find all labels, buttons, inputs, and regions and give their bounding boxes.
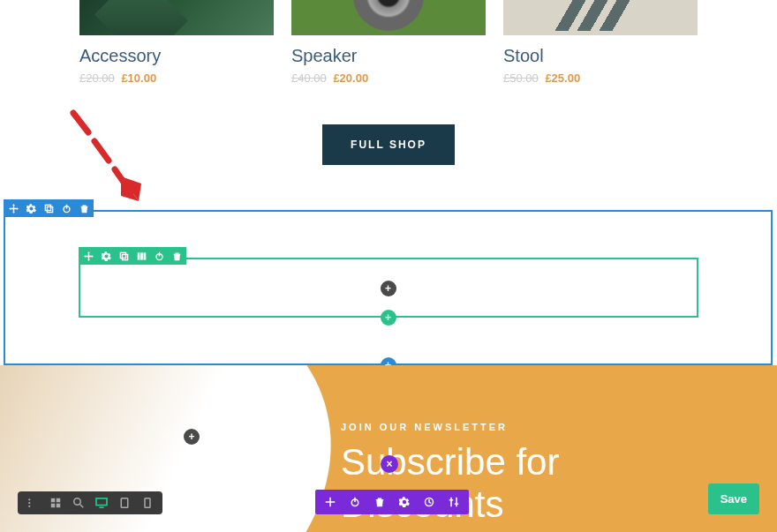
svg-rect-19 xyxy=(51,504,56,508)
product-title[interactable]: Speaker xyxy=(291,46,486,66)
newsletter-label: JOIN OUR NEWSLETTER xyxy=(341,422,559,432)
svg-rect-11 xyxy=(143,252,146,259)
add-row-button[interactable]: + xyxy=(381,310,396,326)
svg-rect-7 xyxy=(120,252,125,258)
svg-rect-8 xyxy=(122,254,127,259)
wireframe-icon[interactable] xyxy=(49,497,62,509)
svg-rect-20 xyxy=(57,504,61,508)
product-image[interactable] xyxy=(79,0,274,35)
product-card[interactable]: Accessory £20.00 £10.00 xyxy=(79,0,274,85)
svg-point-21 xyxy=(74,498,81,506)
product-price: £40.00 £20.00 xyxy=(291,71,486,85)
annotation-arrow-icon xyxy=(66,106,146,212)
duplicate-icon[interactable] xyxy=(118,251,129,261)
history-icon[interactable] xyxy=(423,496,435,508)
section-outline[interactable]: + + + xyxy=(4,210,773,365)
title-line1: Subscribe for xyxy=(341,441,559,483)
gear-icon[interactable] xyxy=(398,496,411,508)
price-new: £25.00 xyxy=(545,71,580,85)
svg-rect-35 xyxy=(455,504,459,506)
svg-point-14 xyxy=(28,498,30,500)
columns-icon[interactable] xyxy=(136,251,147,261)
move-icon[interactable] xyxy=(83,251,94,261)
product-image[interactable] xyxy=(503,0,698,35)
desktop-icon[interactable] xyxy=(95,497,108,509)
full-shop-button[interactable]: FULL SHOP xyxy=(322,124,455,165)
svg-point-15 xyxy=(28,502,30,504)
product-price: £50.00 £25.00 xyxy=(503,71,698,85)
product-price: £20.00 £10.00 xyxy=(79,71,274,85)
svg-rect-33 xyxy=(456,498,457,507)
gear-icon[interactable] xyxy=(26,203,36,214)
svg-line-1 xyxy=(94,141,109,161)
save-button[interactable]: Save xyxy=(708,483,759,514)
add-module-button[interactable]: + xyxy=(381,281,396,296)
product-title[interactable]: Stool xyxy=(503,46,698,66)
svg-rect-32 xyxy=(450,498,452,507)
svg-point-16 xyxy=(28,506,30,507)
section-toolbar xyxy=(4,199,94,217)
price-old: £50.00 xyxy=(503,71,539,85)
svg-line-0 xyxy=(73,113,88,132)
svg-rect-23 xyxy=(96,498,107,506)
row-toolbar xyxy=(79,247,186,265)
product-title[interactable]: Accessory xyxy=(79,46,274,66)
page-settings-toolbar xyxy=(315,490,469,514)
svg-line-2 xyxy=(115,169,131,192)
svg-line-22 xyxy=(80,505,84,508)
phone-icon[interactable] xyxy=(141,497,154,509)
trash-icon[interactable] xyxy=(79,203,89,214)
svg-rect-26 xyxy=(145,498,150,508)
close-builder-button[interactable]: × xyxy=(381,455,398,473)
tablet-icon[interactable] xyxy=(118,497,131,509)
trash-icon[interactable] xyxy=(171,251,182,261)
gear-icon[interactable] xyxy=(101,251,111,261)
svg-rect-34 xyxy=(449,499,454,501)
power-icon[interactable] xyxy=(61,203,72,214)
svg-rect-9 xyxy=(137,252,140,259)
price-new: £10.00 xyxy=(121,71,156,85)
zoom-icon[interactable] xyxy=(72,497,85,509)
plus-icon[interactable] xyxy=(324,496,336,508)
product-grid: Accessory £20.00 £10.00 Speaker £40.00 £… xyxy=(0,0,777,85)
svg-rect-17 xyxy=(51,498,56,503)
svg-rect-25 xyxy=(121,498,128,508)
sliders-icon[interactable] xyxy=(448,496,460,508)
price-old: £40.00 xyxy=(291,71,327,85)
trash-icon[interactable] xyxy=(373,496,386,508)
svg-rect-28 xyxy=(326,501,336,503)
price-old: £20.00 xyxy=(79,71,115,85)
svg-rect-18 xyxy=(57,498,61,503)
duplicate-icon[interactable] xyxy=(43,203,54,214)
move-icon[interactable] xyxy=(8,203,19,214)
svg-rect-3 xyxy=(45,205,50,210)
svg-rect-10 xyxy=(140,252,143,259)
power-icon[interactable] xyxy=(349,496,361,508)
svg-rect-4 xyxy=(47,206,52,212)
product-card[interactable]: Stool £50.00 £25.00 xyxy=(503,0,698,85)
price-new: £20.00 xyxy=(333,71,368,85)
product-card[interactable]: Speaker £40.00 £20.00 xyxy=(291,0,486,85)
power-icon[interactable] xyxy=(154,251,164,261)
add-module-button[interactable]: + xyxy=(184,429,200,445)
product-image[interactable] xyxy=(291,0,486,35)
menu-icon[interactable] xyxy=(26,497,39,509)
view-toolbar xyxy=(18,491,162,514)
